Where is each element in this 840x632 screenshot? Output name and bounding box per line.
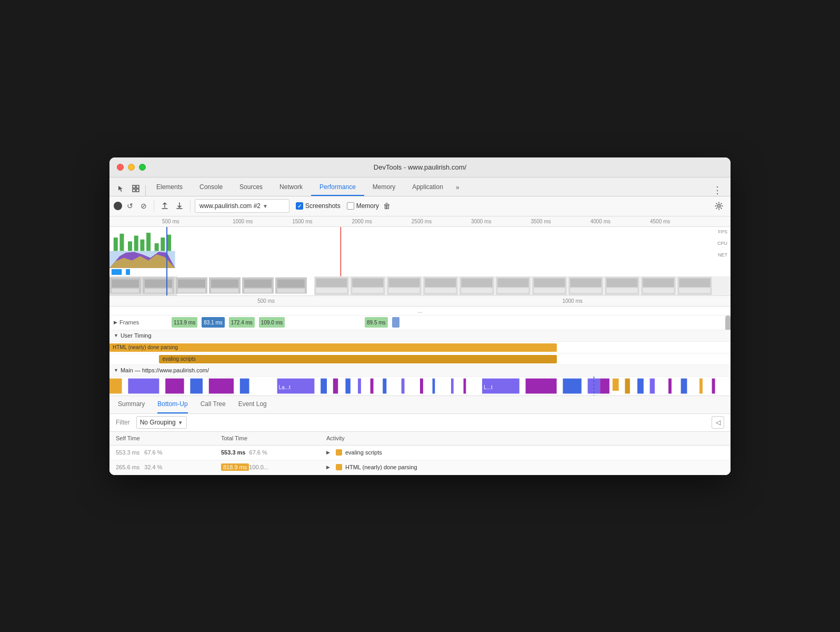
memory-checkbox[interactable]: [347, 202, 354, 210]
expand-icon-1[interactable]: ▶: [326, 450, 333, 455]
inspect-icon[interactable]: [128, 181, 143, 196]
col-header-total-time: Total Time: [215, 435, 320, 441]
ruler-3500ms: 3500 ms: [531, 219, 551, 224]
ruler-4000ms: 4000 ms: [591, 219, 611, 224]
frame-1: 113.9 ms: [172, 317, 197, 328]
memory-checkbox-group: Memory: [347, 202, 379, 210]
scrollbar-thumb[interactable]: [725, 315, 731, 330]
timeline-right-labels: FPS CPU NET: [717, 229, 727, 258]
frame-6: [392, 317, 399, 328]
url-arrow-icon: ▼: [263, 203, 268, 209]
fps-label: FPS: [717, 229, 727, 234]
self-time-1: 553.3 ms 67.6 %: [109, 449, 215, 456]
timing-bar-html-label: HTML (nearly) done parsing: [113, 344, 178, 350]
self-time-val-2: 265.6 ms: [116, 464, 139, 470]
activity-cell-1: ▶ evaling scripts: [326, 449, 724, 456]
filter-bar: Filter No Grouping ▼ ◁: [109, 414, 731, 432]
activity-color-2: [336, 464, 342, 470]
tab-sources[interactable]: Sources: [231, 179, 271, 196]
download-button[interactable]: [173, 200, 186, 212]
user-timing-header: ▼ User Timing: [109, 330, 731, 342]
vertical-scrollbar[interactable]: [725, 315, 731, 330]
total-time-highlight-2: 818.9 ms: [221, 463, 249, 471]
ruler-500ms: 500 ms: [162, 219, 179, 224]
toggle-icon: ◁: [716, 419, 721, 426]
cursor-icon[interactable]: [114, 181, 128, 196]
tab-call-tree[interactable]: Call Tree: [201, 396, 226, 413]
self-time-val-1: 553.3 ms: [116, 449, 139, 456]
screenshots-checkbox[interactable]: [296, 202, 303, 210]
table-header: Self Time Total Time Activity: [109, 432, 731, 446]
table-row-1[interactable]: 553.3 ms 67.6 % 553.3 ms 67.6 % ▶ evalin…: [109, 446, 731, 460]
cpu-label: CPU: [717, 241, 727, 246]
user-timing-expand-icon[interactable]: ▼: [114, 333, 118, 338]
tab-performance[interactable]: Performance: [311, 179, 364, 196]
tab-console[interactable]: Console: [191, 179, 231, 196]
trash-button[interactable]: 🗑: [383, 202, 391, 210]
stop-button[interactable]: ⊘: [138, 200, 149, 212]
ruler-4500ms: 4500 ms: [650, 219, 670, 224]
minimize-button[interactable]: [128, 164, 135, 171]
grouping-toggle-button[interactable]: ◁: [712, 416, 724, 429]
mini-ruler-1000: 1000 ms: [562, 298, 582, 304]
main-flame-row: [109, 377, 731, 396]
total-time-2: 818.9 ms100.0...: [215, 463, 320, 471]
title-bar: DevTools - www.paulirish.com/: [109, 157, 731, 177]
tab-memory[interactable]: Memory: [364, 179, 404, 196]
timeline-area: 500 ms 1000 ms 1500 ms 2000 ms 2500 ms 3…: [109, 216, 731, 307]
tab-summary[interactable]: Summary: [118, 396, 145, 413]
activity-name-2: HTML (nearly) done parsing: [345, 464, 417, 470]
record-toolbar: ↺ ⊘ www.paulirish.com #2 ▼ Screenshots: [109, 196, 731, 216]
main-thread-header: ▼ Main — https://www.paulirish.com/: [109, 365, 731, 377]
timing-bar-eval[interactable]: evaling scripts: [159, 355, 556, 363]
tab-menu-icon[interactable]: ⋮: [708, 184, 726, 196]
data-table: Self Time Total Time Activity 553.3 ms 6…: [109, 432, 731, 475]
total-time-val-1: 553.3 ms: [221, 449, 245, 456]
self-time-2: 265.6 ms 32.4 %: [109, 464, 215, 470]
activity-name-1: evaling scripts: [345, 449, 382, 456]
settings-button[interactable]: [712, 199, 726, 213]
svg-rect-3: [136, 189, 139, 192]
tab-more[interactable]: »: [452, 179, 464, 196]
upload-button[interactable]: [158, 200, 171, 212]
tab-elements[interactable]: Elements: [148, 179, 191, 196]
tab-application[interactable]: Application: [404, 179, 452, 196]
record-button[interactable]: [114, 202, 122, 210]
frames-row: ▶ Frames 113.9 ms 83.1 ms 172.4 ms 109.0…: [109, 315, 731, 330]
activity-color-1: [336, 449, 342, 456]
timing-bar-html[interactable]: HTML (nearly) done parsing: [109, 343, 557, 352]
url-selector[interactable]: www.paulirish.com #2 ▼: [195, 199, 289, 213]
tab-bar: Elements Console Sources Network Perform…: [109, 177, 731, 196]
timing-bar-eval-label: evaling scripts: [162, 356, 195, 362]
screenshots-label[interactable]: Screenshots: [305, 202, 341, 210]
timing-bar-html-row: HTML (nearly) done parsing: [109, 342, 731, 353]
maximize-button[interactable]: [139, 164, 146, 171]
total-time-pct-1: 67.6 %: [249, 449, 267, 456]
user-timing-label: User Timing: [121, 332, 152, 339]
reload-button[interactable]: ↺: [124, 200, 136, 212]
grouping-arrow-icon: ▼: [178, 420, 183, 426]
tab-network[interactable]: Network: [271, 179, 311, 196]
main-expand-icon[interactable]: ▼: [114, 368, 118, 373]
grouping-select[interactable]: No Grouping ▼: [136, 416, 187, 429]
frames-expand-icon[interactable]: ▶: [114, 320, 117, 325]
tab-event-log[interactable]: Event Log: [238, 396, 267, 413]
memory-label[interactable]: Memory: [356, 202, 379, 210]
timing-bar-eval-row: evaling scripts: [109, 353, 731, 365]
col-header-self-time: Self Time: [109, 435, 215, 441]
frame-2: 83.1 ms: [202, 317, 225, 328]
devtools-window: DevTools - www.paulirish.com/ Elements C…: [109, 157, 731, 475]
timeline-ruler: 500 ms 1000 ms 1500 ms 2000 ms 2500 ms 3…: [109, 216, 731, 227]
ruler-1000ms: 1000 ms: [233, 219, 253, 224]
tab-bottom-up[interactable]: Bottom-Up: [157, 396, 187, 413]
flame-chart-area[interactable]: ... ▶ Frames 113.9 ms 83.1 ms 172.4 ms 1…: [109, 307, 731, 396]
col-header-activity: Activity: [320, 435, 731, 441]
grouping-value: No Grouping: [140, 419, 176, 426]
mini-ruler: 500 ms 1000 ms: [109, 295, 731, 306]
table-row-2[interactable]: 265.6 ms 32.4 % 818.9 ms100.0... ▶ HTML …: [109, 460, 731, 475]
expand-icon-2[interactable]: ▶: [326, 465, 333, 470]
close-button[interactable]: [117, 164, 124, 171]
filter-label: Filter: [116, 419, 130, 426]
window-title: DevTools - www.paulirish.com/: [374, 163, 466, 171]
url-value: www.paulirish.com #2: [199, 202, 261, 210]
